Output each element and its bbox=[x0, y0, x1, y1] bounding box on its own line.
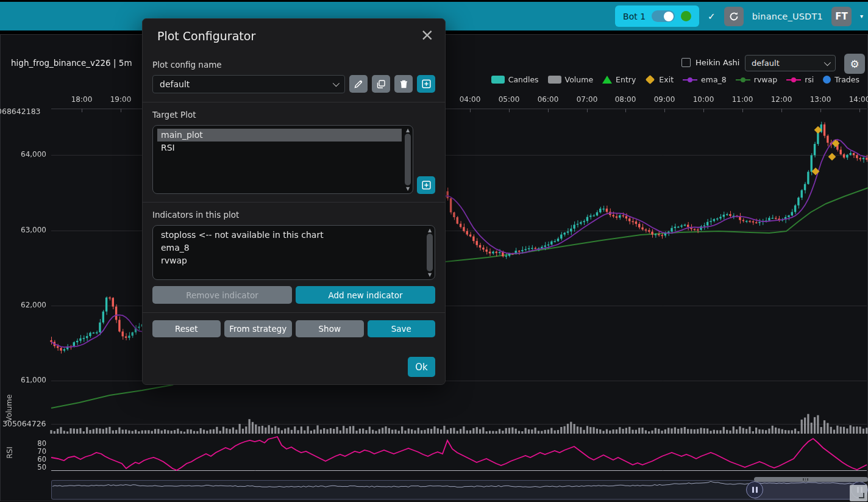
remove-indicator-button[interactable]: Remove indicator bbox=[152, 286, 292, 304]
legend-item-ema_8[interactable]: ema_8 bbox=[683, 75, 727, 84]
target-plot-listbox[interactable]: main_plotRSI ▲▼ bbox=[152, 125, 413, 194]
delete-config-button[interactable] bbox=[394, 75, 413, 93]
x-axis-label: 08:00 bbox=[610, 95, 641, 104]
close-icon[interactable]: × bbox=[420, 26, 434, 43]
heikin-ashi-label: Heikin Ashi bbox=[695, 58, 739, 67]
y-axis-label: 64,000 bbox=[0, 150, 46, 159]
list-item[interactable]: stoploss <-- not available in this chart bbox=[157, 229, 424, 242]
config-name-select[interactable]: default bbox=[152, 75, 345, 93]
legend-item-rvwap[interactable]: rvwap bbox=[736, 75, 777, 84]
check-icon[interactable]: ✓ bbox=[708, 11, 716, 22]
axis-corner-value: 068642183 bbox=[0, 107, 41, 116]
plot-config-select-value: default bbox=[752, 59, 780, 68]
list-item[interactable]: main_plot bbox=[157, 129, 402, 142]
rename-config-button[interactable] bbox=[349, 75, 368, 93]
list-item[interactable]: rvwap bbox=[157, 254, 424, 267]
legend-item-entry[interactable]: Entry bbox=[602, 75, 636, 84]
indicators-listbox[interactable]: stoploss <-- not available in this chart… bbox=[152, 225, 435, 280]
bot-toggle[interactable] bbox=[652, 10, 675, 22]
trash-icon bbox=[400, 80, 408, 88]
rsi-line-icon bbox=[786, 76, 801, 84]
legend-item-exit[interactable]: Exit bbox=[645, 75, 674, 84]
ok-button[interactable]: Ok bbox=[408, 357, 435, 377]
horizontal-scrollbar[interactable] bbox=[754, 477, 868, 482]
chevron-down-icon[interactable]: ▾ bbox=[860, 13, 863, 20]
x-axis-label: 10:00 bbox=[688, 95, 719, 104]
listbox-scrollbar[interactable]: ▲▼ bbox=[426, 227, 433, 278]
ft-logo-button[interactable]: FT bbox=[831, 7, 852, 26]
legend-item-rsi[interactable]: rsi bbox=[786, 75, 814, 84]
chart-legend: CandlesVolumeEntryExitema_8rvwaprsiTrade… bbox=[491, 75, 859, 84]
legend-label: rsi bbox=[805, 75, 814, 84]
plot-configurator-modal: Plot Configurator × Plot config name def… bbox=[142, 18, 446, 385]
candles-swatch-icon bbox=[491, 76, 505, 84]
legend-label: rvwap bbox=[754, 75, 777, 84]
x-axis-label: 09:00 bbox=[649, 95, 680, 104]
trades-circle-icon bbox=[823, 76, 831, 84]
duplicate-config-button[interactable] bbox=[372, 75, 390, 93]
add-subplot-button[interactable] bbox=[417, 176, 435, 194]
y-axis-label: 61,000 bbox=[0, 376, 46, 384]
gear-icon: ⚙ bbox=[850, 58, 859, 70]
x-axis-label: 07:00 bbox=[572, 95, 602, 104]
exit-diamond-icon bbox=[646, 75, 655, 85]
rsi-axis-label: 70 bbox=[0, 447, 46, 456]
x-axis-label: 04:00 bbox=[455, 95, 485, 104]
x-axis-label: 11:00 bbox=[727, 95, 758, 104]
x-axis-label: 13:00 bbox=[805, 95, 836, 104]
legend-label: Entry bbox=[616, 75, 636, 84]
plus-square-icon bbox=[422, 79, 431, 88]
config-name-value: default bbox=[160, 79, 190, 89]
bot-online-indicator bbox=[681, 11, 691, 21]
show-button[interactable]: Show bbox=[296, 320, 364, 337]
bot-name-label: Bot 1 bbox=[623, 12, 646, 21]
legend-label: ema_8 bbox=[701, 75, 727, 84]
legend-label: Exit bbox=[659, 75, 674, 84]
plus-square-icon bbox=[422, 181, 431, 190]
bot-selector[interactable]: Bot 1 bbox=[615, 5, 699, 27]
x-axis-label: 12:00 bbox=[766, 95, 797, 104]
save-button[interactable]: Save bbox=[368, 320, 436, 337]
entry-triangle-icon bbox=[602, 76, 612, 84]
modal-title: Plot Configurator bbox=[157, 29, 430, 43]
list-item[interactable]: ema_8 bbox=[157, 242, 424, 254]
volume-axis-value: 305064726 bbox=[2, 419, 46, 428]
datazoom-left-handle[interactable] bbox=[746, 481, 763, 498]
chevron-down-icon bbox=[333, 80, 340, 87]
rvwap-line-icon bbox=[736, 76, 750, 84]
indicators-label: Indicators in this plot bbox=[152, 210, 435, 220]
legend-item-volume[interactable]: Volume bbox=[548, 75, 594, 84]
reload-button[interactable] bbox=[724, 7, 744, 26]
chart-title: high_frog_binance_v226 | 5m bbox=[11, 58, 132, 68]
rsi-axis-label: 60 bbox=[0, 455, 46, 464]
plot-config-select[interactable]: default bbox=[745, 55, 836, 71]
list-item[interactable]: RSI bbox=[157, 142, 402, 154]
config-name-label: Plot config name bbox=[152, 60, 435, 70]
pair-label: binance_USDT1 bbox=[752, 12, 823, 21]
target-plot-label: Target Plot bbox=[152, 110, 435, 120]
reload-icon bbox=[729, 12, 739, 21]
add-config-button[interactable] bbox=[417, 75, 435, 93]
x-axis-label: 05:00 bbox=[494, 95, 524, 104]
datazoom-selected-window[interactable] bbox=[755, 480, 859, 500]
volume-swatch-icon bbox=[548, 76, 561, 84]
toggle-knob bbox=[664, 12, 674, 21]
heikin-ashi-checkbox[interactable] bbox=[681, 58, 691, 67]
reset-button[interactable]: Reset bbox=[152, 320, 221, 337]
from-strategy-button[interactable]: From strategy bbox=[224, 320, 293, 337]
legend-label: Volume bbox=[565, 75, 594, 84]
x-axis-label: 14:00 bbox=[844, 95, 868, 104]
pencil-icon bbox=[354, 80, 363, 88]
resize-handle[interactable] bbox=[850, 485, 867, 501]
plot-settings-button[interactable]: ⚙ bbox=[844, 54, 865, 74]
listbox-scrollbar[interactable]: ▲▼ bbox=[404, 127, 411, 192]
add-new-indicator-button[interactable]: Add new indicator bbox=[296, 286, 435, 304]
legend-label: Candles bbox=[508, 75, 539, 84]
legend-item-candles[interactable]: Candles bbox=[491, 75, 539, 84]
ema_8-line-icon bbox=[683, 76, 697, 84]
legend-item-trades[interactable]: Trades bbox=[823, 75, 859, 84]
app-root: Bot 1 ✓ binance_USDT1 FT ▾ high_frog_bin… bbox=[0, 0, 868, 502]
x-axis-label: 19:00 bbox=[105, 95, 136, 104]
datazoom-navigator[interactable] bbox=[51, 480, 861, 500]
rsi-axis-label: 50 bbox=[0, 463, 46, 472]
